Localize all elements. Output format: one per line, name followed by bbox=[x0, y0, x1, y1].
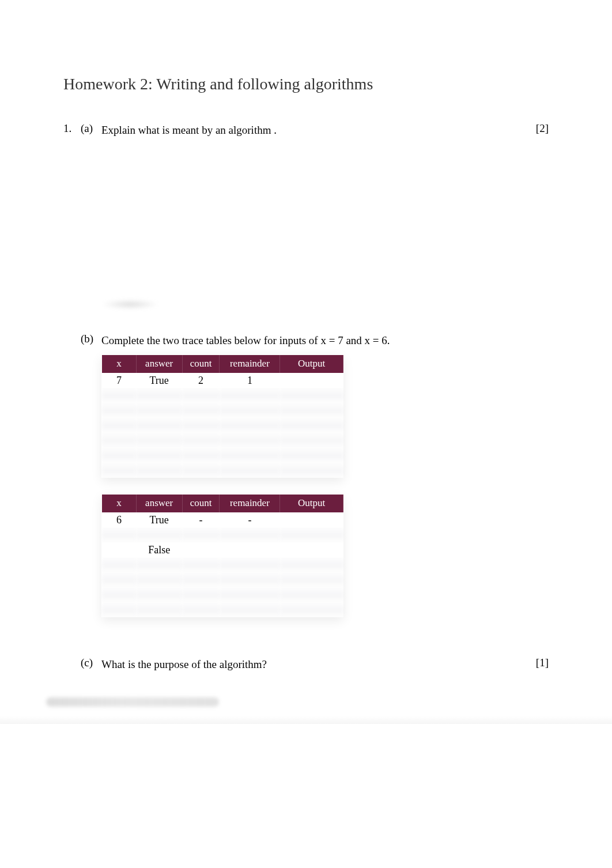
q1a-suffix: . bbox=[274, 124, 277, 136]
cell-answer: True bbox=[136, 512, 182, 527]
cell-remainder: 1 bbox=[220, 373, 280, 388]
table-row bbox=[102, 448, 343, 463]
cell-output bbox=[280, 572, 343, 587]
cell-answer: True bbox=[136, 373, 182, 388]
cell-output bbox=[280, 512, 343, 527]
cell-output bbox=[280, 403, 343, 418]
header-answer: answer bbox=[136, 495, 182, 513]
question-1a-marks: [2] bbox=[526, 122, 549, 135]
cell-answer bbox=[136, 587, 182, 602]
cell-count: 2 bbox=[182, 373, 220, 388]
cell-x bbox=[102, 448, 137, 463]
cell-x bbox=[102, 542, 137, 557]
cell-answer bbox=[136, 418, 182, 433]
header-answer: answer bbox=[136, 355, 182, 373]
worksheet-page: Homework 2: Writing and following algori… bbox=[0, 0, 612, 868]
header-x: x bbox=[102, 495, 137, 513]
cell-x bbox=[102, 403, 137, 418]
table-row bbox=[102, 572, 343, 587]
cell-answer bbox=[136, 403, 182, 418]
question-number: 1. bbox=[63, 122, 81, 135]
table-row bbox=[102, 418, 343, 433]
question-1b-row: (b) Complete the two trace tables below … bbox=[63, 333, 549, 349]
page-shadow bbox=[0, 716, 612, 724]
header-count: count bbox=[182, 495, 220, 513]
question-1c-marks: [1] bbox=[526, 656, 549, 669]
cell-output bbox=[280, 448, 343, 463]
cell-count bbox=[182, 557, 220, 572]
cell-output bbox=[280, 418, 343, 433]
question-1a-label: (a) bbox=[81, 122, 101, 135]
cell-answer bbox=[136, 557, 182, 572]
cell-x bbox=[102, 557, 137, 572]
header-x: x bbox=[102, 355, 137, 373]
answer-space-1a bbox=[63, 144, 549, 299]
question-1b-text: Complete the two trace tables below for … bbox=[101, 333, 526, 349]
table-row bbox=[102, 463, 343, 478]
cell-count bbox=[182, 403, 220, 418]
cell-remainder bbox=[220, 572, 280, 587]
cell-output bbox=[280, 557, 343, 572]
trace-tables-container: x answer count remainder Output 7 True 2… bbox=[101, 354, 549, 617]
obscured-footer bbox=[46, 697, 219, 707]
question-1c-text: What is the purpose of the algorithm? bbox=[101, 656, 526, 673]
table-header-row: x answer count remainder Output bbox=[102, 355, 343, 373]
cell-remainder bbox=[220, 602, 280, 617]
cell-x: 7 bbox=[102, 373, 137, 388]
cell-count bbox=[182, 542, 220, 557]
cell-remainder bbox=[220, 433, 280, 448]
table-row: 7 True 2 1 bbox=[102, 373, 343, 388]
cell-count bbox=[182, 527, 220, 542]
cell-answer bbox=[136, 448, 182, 463]
cell-output bbox=[280, 463, 343, 478]
question-1c-row: (c) What is the purpose of the algorithm… bbox=[63, 656, 549, 673]
spacer bbox=[63, 633, 549, 656]
cell-count bbox=[182, 602, 220, 617]
cell-answer bbox=[136, 463, 182, 478]
cell-remainder bbox=[220, 557, 280, 572]
cell-output bbox=[280, 542, 343, 557]
cell-output bbox=[280, 373, 343, 388]
table-row: 6 True - - bbox=[102, 512, 343, 527]
cell-x bbox=[102, 587, 137, 602]
cell-remainder bbox=[220, 448, 280, 463]
cell-output bbox=[280, 388, 343, 403]
header-remainder: remainder bbox=[220, 355, 280, 373]
question-1a-row: 1. (a) Explain what is meant by an algor… bbox=[63, 122, 549, 139]
cell-remainder bbox=[220, 542, 280, 557]
cell-remainder bbox=[220, 403, 280, 418]
cell-count bbox=[182, 448, 220, 463]
cell-x bbox=[102, 463, 137, 478]
table-row bbox=[102, 557, 343, 572]
cell-x bbox=[102, 418, 137, 433]
table-row: False bbox=[102, 542, 343, 557]
question-1b-label: (b) bbox=[81, 333, 101, 345]
cell-x: 6 bbox=[102, 512, 137, 527]
header-count: count bbox=[182, 355, 220, 373]
table-row bbox=[102, 433, 343, 448]
header-output: Output bbox=[280, 355, 343, 373]
cell-answer bbox=[136, 388, 182, 403]
cell-output bbox=[280, 602, 343, 617]
q1a-prefix: Explain what is meant by an bbox=[101, 124, 229, 136]
q1a-keyword: algorithm bbox=[229, 124, 271, 136]
cell-output bbox=[280, 433, 343, 448]
cell-remainder bbox=[220, 587, 280, 602]
question-1c-label: (c) bbox=[81, 656, 101, 669]
cell-answer bbox=[136, 572, 182, 587]
table-row bbox=[102, 403, 343, 418]
cell-remainder bbox=[220, 418, 280, 433]
cell-count bbox=[182, 418, 220, 433]
table-row bbox=[102, 587, 343, 602]
trace-table-x7: x answer count remainder Output 7 True 2… bbox=[101, 354, 343, 478]
cell-answer bbox=[136, 527, 182, 542]
table-row bbox=[102, 388, 343, 403]
table-row bbox=[102, 527, 343, 542]
cell-remainder bbox=[220, 463, 280, 478]
cell-answer: False bbox=[136, 542, 182, 557]
cell-output bbox=[280, 527, 343, 542]
cell-count bbox=[182, 587, 220, 602]
obscured-content bbox=[101, 299, 159, 310]
page-title: Homework 2: Writing and following algori… bbox=[63, 75, 549, 93]
cell-x bbox=[102, 527, 137, 542]
